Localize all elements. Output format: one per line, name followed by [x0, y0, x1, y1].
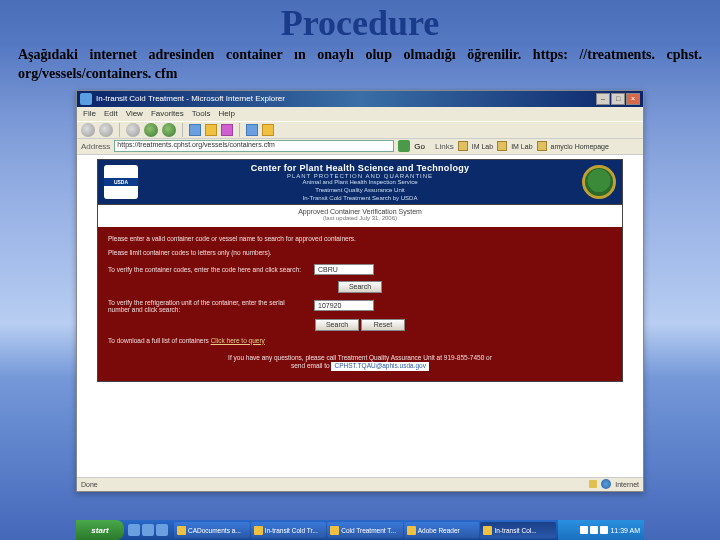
- menu-view[interactable]: View: [126, 109, 143, 118]
- menu-file[interactable]: File: [83, 109, 96, 118]
- taskbar-item[interactable]: CADocuments a...: [174, 522, 250, 538]
- banner-sub2: Animal and Plant Health Inspection Servi…: [144, 179, 576, 185]
- favorites-icon[interactable]: [205, 124, 217, 136]
- page-viewport: USDA Center for Plant Health Science and…: [77, 155, 643, 477]
- refresh-button[interactable]: [144, 123, 158, 137]
- go-label: Go: [414, 142, 425, 151]
- menu-help[interactable]: Help: [218, 109, 234, 118]
- contact-line1: If you have any questions, please call T…: [108, 354, 612, 362]
- menu-favorites[interactable]: Favorites: [151, 109, 184, 118]
- refrig-unit-input[interactable]: [314, 300, 374, 311]
- banner-title: Center for Plant Health Science and Tech…: [144, 163, 576, 173]
- search-button-1[interactable]: Search: [338, 281, 382, 293]
- address-label: Address: [81, 142, 110, 151]
- print-icon[interactable]: [262, 124, 274, 136]
- aphis-seal-icon: [582, 165, 616, 199]
- menu-edit[interactable]: Edit: [104, 109, 118, 118]
- ie-icon: [80, 93, 92, 105]
- links-label: Links: [435, 142, 454, 151]
- form-desc1: Please enter a valid container code or v…: [108, 235, 612, 243]
- search-button-2[interactable]: Search: [315, 319, 359, 331]
- bookmark-icon[interactable]: [458, 141, 468, 151]
- lock-icon: [589, 480, 597, 488]
- taskbar-item-active[interactable]: In-transit Col...: [480, 522, 556, 538]
- tray-icon[interactable]: [590, 526, 598, 534]
- contact-line2: send email to: [291, 362, 330, 369]
- system-tray: 11:39 AM: [558, 520, 644, 540]
- tray-icon[interactable]: [600, 526, 608, 534]
- bookmark-icon[interactable]: [537, 141, 547, 151]
- banner-sub4: In-Transit Cold Treatment Search by USDA: [144, 195, 576, 201]
- taskbar-item[interactable]: In-transit Cold Tr...: [251, 522, 327, 538]
- nav-toolbar: [77, 121, 643, 139]
- address-bar-row: Address https://treatments.cphst.org/ves…: [77, 139, 643, 155]
- search-icon[interactable]: [189, 124, 201, 136]
- tray-icon[interactable]: [580, 526, 588, 534]
- mail-icon[interactable]: [246, 124, 258, 136]
- status-left: Done: [81, 481, 98, 488]
- minimize-button[interactable]: –: [596, 93, 610, 105]
- download-link[interactable]: Click here to query: [211, 337, 265, 344]
- internet-zone-icon: [601, 479, 611, 489]
- site-banner: USDA Center for Plant Health Science and…: [97, 159, 623, 205]
- maximize-button[interactable]: □: [611, 93, 625, 105]
- windows-taskbar: start CADocuments a... In-transit Cold T…: [76, 520, 644, 540]
- quicklaunch-icon[interactable]: [128, 524, 140, 536]
- bookmark-icon[interactable]: [497, 141, 507, 151]
- media-icon[interactable]: [221, 124, 233, 136]
- window-title-text: In-transit Cold Treatment - Microsoft In…: [96, 94, 596, 103]
- strip-line2: (last updated July 31, 2006): [98, 215, 622, 221]
- menu-tools[interactable]: Tools: [192, 109, 211, 118]
- taskbar-item[interactable]: Cold Treatment T...: [327, 522, 403, 538]
- status-right-text: Internet: [615, 481, 639, 488]
- close-button[interactable]: ×: [626, 93, 640, 105]
- page-subtitle-strip: Approved Container Verification System (…: [97, 205, 623, 227]
- bookmark-1[interactable]: IM Lab: [472, 143, 493, 150]
- stop-button[interactable]: [126, 123, 140, 137]
- container-code-label: To verify the container codes, enter the…: [108, 266, 308, 273]
- reset-button[interactable]: Reset: [361, 319, 405, 331]
- contact-email[interactable]: CPHST.TQAU@aphis.usda.gov: [331, 362, 429, 370]
- strip-line1: Approved Container Verification System: [98, 208, 622, 215]
- bookmark-3[interactable]: amycio Homepage: [551, 143, 609, 150]
- browser-window: In-transit Cold Treatment - Microsoft In…: [76, 90, 644, 492]
- banner-sub3: Treatment Quality Assurance Unit: [144, 187, 576, 193]
- taskbar-item[interactable]: Adobe Reader: [404, 522, 480, 538]
- home-button[interactable]: [162, 123, 176, 137]
- go-button[interactable]: [398, 140, 410, 152]
- usda-logo-text: USDA: [104, 178, 138, 186]
- usda-logo: USDA: [104, 165, 138, 199]
- slide-subtitle: Aşağıdaki internet adresinden container …: [0, 44, 720, 90]
- quicklaunch-icon[interactable]: [156, 524, 168, 536]
- address-input[interactable]: https://treatments.cphst.org/vessels/con…: [114, 140, 394, 152]
- bookmark-2[interactable]: IM Lab: [511, 143, 532, 150]
- start-button[interactable]: start: [76, 520, 124, 540]
- back-button[interactable]: [81, 123, 95, 137]
- menu-bar: File Edit View Favorites Tools Help: [77, 107, 643, 121]
- search-form: Please enter a valid container code or v…: [97, 227, 623, 382]
- forward-button[interactable]: [99, 123, 113, 137]
- refrig-unit-label: To verify the refrigeration unit of the …: [108, 299, 308, 313]
- status-bar: Done Internet: [77, 477, 643, 491]
- clock: 11:39 AM: [610, 527, 640, 534]
- window-titlebar: In-transit Cold Treatment - Microsoft In…: [77, 91, 643, 107]
- container-code-input[interactable]: [314, 264, 374, 275]
- slide-title: Procedure: [0, 0, 720, 44]
- download-label: To download a full list of containers: [108, 337, 209, 344]
- quicklaunch-icon[interactable]: [142, 524, 154, 536]
- form-desc2: Please limit container codes to letters …: [108, 249, 612, 257]
